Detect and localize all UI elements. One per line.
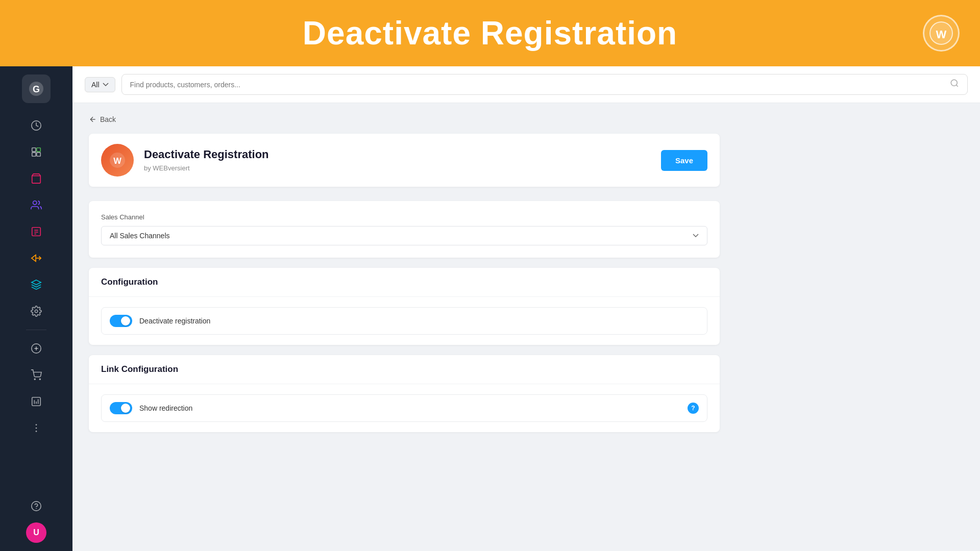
svg-line-32 xyxy=(956,85,958,86)
link-configuration-body: Show redirection ? xyxy=(89,384,720,432)
search-filter-button[interactable]: All xyxy=(85,77,115,92)
deactivate-registration-toggle[interactable] xyxy=(110,315,132,327)
search-filter-label: All xyxy=(91,81,100,89)
svg-rect-5 xyxy=(32,148,36,152)
top-banner: Deactivate Registration W xyxy=(0,0,980,66)
w-logo-icon: W xyxy=(929,21,953,45)
sidebar-item-dashboard[interactable] xyxy=(24,113,48,138)
save-button[interactable]: Save xyxy=(661,150,707,171)
reports-icon xyxy=(31,396,42,407)
link-configuration-title: Link Configuration xyxy=(89,355,720,384)
sidebar-item-customers[interactable] xyxy=(24,193,48,217)
sidebar-item-marketing[interactable] xyxy=(24,246,48,270)
sidebar-item-orders[interactable] xyxy=(24,219,48,244)
sidebar-item-extensions[interactable] xyxy=(24,140,48,164)
sidebar-divider xyxy=(26,330,46,330)
toggle-thumb xyxy=(121,316,130,325)
sidebar-item-products[interactable] xyxy=(24,166,48,191)
plugin-author: by WEBversiert xyxy=(144,164,190,172)
top-logo: W xyxy=(923,15,960,52)
search-container xyxy=(121,74,968,95)
info-icon-redirection[interactable]: ? xyxy=(688,403,699,414)
avatar-initials: U xyxy=(33,528,39,537)
configuration-title: Configuration xyxy=(89,268,720,297)
svg-text:W: W xyxy=(936,28,947,41)
content-area: All xyxy=(72,66,980,551)
sidebar-item-more[interactable] xyxy=(24,416,48,440)
svg-rect-7 xyxy=(32,153,36,156)
svg-point-28 xyxy=(36,431,37,432)
deactivate-registration-label: Deactivate registration xyxy=(139,317,699,325)
sidebar-brand-icon: G xyxy=(28,81,44,97)
help-icon xyxy=(31,500,42,512)
settings-icon xyxy=(31,306,42,317)
svg-rect-6 xyxy=(37,148,40,152)
back-label: Back xyxy=(100,115,116,123)
svg-point-20 xyxy=(34,379,35,380)
svg-text:G: G xyxy=(33,84,40,94)
svg-rect-11 xyxy=(32,228,41,236)
back-link[interactable]: Back xyxy=(89,115,720,123)
svg-point-21 xyxy=(39,379,40,380)
svg-point-27 xyxy=(36,428,37,429)
marketing-icon xyxy=(31,253,42,264)
orders-icon xyxy=(31,226,42,237)
sidebar-bottom: U xyxy=(24,494,48,551)
page-content: Back W Deactivate Registration by WEBver… xyxy=(72,103,736,455)
toggle-row-deactivate: Deactivate registration xyxy=(101,307,707,335)
svg-marker-15 xyxy=(32,255,36,262)
sidebar-item-help[interactable] xyxy=(24,494,48,518)
svg-point-26 xyxy=(36,424,37,425)
more-icon xyxy=(31,422,42,434)
sales-channel-section: Sales Channel All Sales Channels Storefr… xyxy=(89,201,720,258)
avatar[interactable]: U xyxy=(26,522,46,543)
sales-channel-select[interactable]: All Sales Channels Storefront Headless xyxy=(101,226,707,245)
svg-point-16 xyxy=(35,310,38,313)
show-redirection-label: Show redirection xyxy=(139,404,680,412)
svg-point-30 xyxy=(36,508,37,509)
plugin-logo-icon: W xyxy=(108,151,127,169)
svg-point-31 xyxy=(951,80,957,86)
show-redirection-toggle[interactable] xyxy=(110,402,132,414)
apps-icon xyxy=(31,279,42,290)
plugin-icon: W xyxy=(101,144,134,177)
svg-rect-8 xyxy=(37,153,40,156)
cart-icon xyxy=(31,369,42,381)
toggle-row-redirection: Show redirection ? xyxy=(101,394,707,422)
sales-channel-label: Sales Channel xyxy=(101,213,707,221)
customers-icon xyxy=(31,199,42,211)
search-icon[interactable] xyxy=(950,79,959,90)
svg-point-29 xyxy=(32,502,41,511)
dashboard-icon xyxy=(31,120,42,131)
add-icon xyxy=(31,343,42,354)
main-layout: G xyxy=(0,66,980,551)
configuration-section: Configuration Deactivate registration xyxy=(89,268,720,345)
plugin-info: Deactivate Registration by WEBversiert xyxy=(144,148,651,172)
sidebar-item-apps[interactable] xyxy=(24,272,48,297)
sidebar-item-add[interactable] xyxy=(24,336,48,361)
toggle-thumb-redirection xyxy=(121,404,130,413)
products-icon xyxy=(31,173,42,184)
plugin-name: Deactivate Registration xyxy=(144,148,651,161)
sidebar-logo: G xyxy=(22,74,51,103)
back-arrow-icon xyxy=(89,115,97,123)
search-input[interactable] xyxy=(130,81,946,89)
sidebar-item-cart[interactable] xyxy=(24,363,48,387)
chevron-down-icon xyxy=(103,83,109,87)
plugin-header: W Deactivate Registration by WEBversiert… xyxy=(89,134,720,187)
configuration-body: Deactivate registration xyxy=(89,297,720,345)
page-title: Deactivate Registration xyxy=(303,14,677,52)
sidebar-item-settings[interactable] xyxy=(24,299,48,323)
svg-text:W: W xyxy=(113,156,121,165)
svg-point-10 xyxy=(33,201,37,205)
link-configuration-section: Link Configuration Show redirection ? xyxy=(89,355,720,432)
extensions-icon xyxy=(31,146,42,158)
sidebar: G xyxy=(0,66,72,551)
search-bar: All xyxy=(72,66,980,103)
sidebar-item-reports[interactable] xyxy=(24,389,48,414)
